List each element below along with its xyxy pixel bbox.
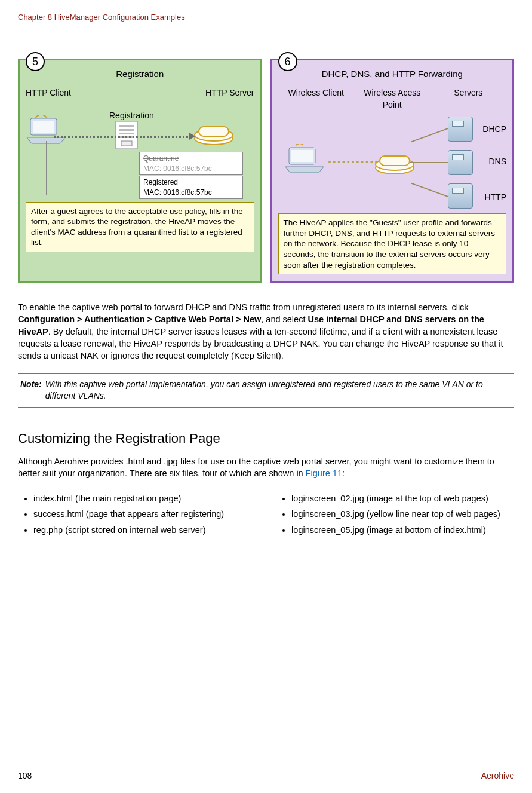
step-number-6: 6	[278, 52, 297, 71]
server-icon	[448, 117, 473, 142]
svg-rect-4	[119, 129, 134, 131]
figure-link[interactable]: Figure 11	[306, 469, 342, 478]
dotted-arrow	[54, 136, 192, 138]
diagram-5-description: After a guest agrees to the acceptable u…	[26, 202, 254, 252]
diagram-5-visual: Registration	[26, 103, 254, 198]
diagram-5-top-labels: HTTP Client HTTP Server	[26, 87, 254, 99]
connector-line	[46, 195, 139, 196]
dns-server-label: DNS	[488, 156, 506, 168]
list-item: reg.php (script stored on internal web s…	[33, 524, 276, 536]
wireless-client-label: Wireless Client	[278, 87, 355, 111]
note-label: Note:	[20, 379, 42, 402]
diagram-forwarding: 6 DHCP, DNS, and HTTP Forwarding Wireles…	[270, 59, 515, 283]
arrow-head-icon	[189, 133, 195, 140]
main-paragraph: To enable the captive web portal to forw…	[18, 301, 514, 362]
connector-line	[46, 141, 47, 195]
diagram-registration: 5 Registration HTTP Client HTTP Server R…	[18, 59, 262, 283]
laptop-icon	[284, 144, 325, 174]
diagrams-row: 5 Registration HTTP Client HTTP Server R…	[18, 59, 514, 283]
dhcp-server-label: DHCP	[482, 124, 506, 136]
svg-rect-10	[199, 127, 229, 136]
http-client-label: HTTP Client	[26, 87, 71, 99]
list-item: success.html (page that appears after re…	[33, 508, 276, 520]
chapter-header: Chapter 8 HiveManager Configuration Exam…	[18, 12, 514, 23]
section-intro: Although Aerohive provides .html and .jp…	[18, 455, 514, 480]
servers-label: Servers	[430, 87, 507, 111]
diagram-5-title: Registration	[26, 68, 254, 80]
connector-line	[217, 141, 218, 153]
http-server-label: HTTP	[484, 192, 506, 204]
para-text: . By default, the internal DHCP server i…	[18, 327, 503, 361]
note-text: With this captive web portal implementat…	[45, 379, 512, 402]
registered-mac-box: Registered MAC: 0016:cf8c:57bc	[139, 176, 243, 200]
svg-rect-1	[33, 121, 54, 133]
note-block: Note: With this captive web portal imple…	[18, 373, 514, 408]
diagram-6-visual: DHCP DNS HTTP	[278, 114, 507, 210]
svg-rect-5	[119, 133, 134, 134]
registered-label: Registered	[143, 177, 239, 188]
diagram-6-title: DHCP, DNS, and HTTP Forwarding	[278, 68, 507, 80]
list-item: index.html (the main registration page)	[33, 492, 276, 504]
nav-path-bold: Configuration > Authentication > Captive…	[18, 314, 261, 324]
file-lists: index.html (the main registration page) …	[18, 490, 514, 540]
diagram-6-description: The HiveAP applies the "Guests" user pro…	[278, 213, 507, 274]
server-icon	[448, 183, 473, 209]
svg-rect-7	[121, 141, 132, 146]
intro-text: :	[342, 469, 345, 478]
para-text: To enable the captive web portal to forw…	[18, 302, 469, 312]
server-icon	[448, 150, 473, 175]
list-item: loginscreen_03.jpg (yellow line near top…	[291, 508, 514, 520]
svg-rect-12	[291, 150, 313, 162]
file-list-right: loginscreen_02.jpg (image at the top of …	[276, 492, 514, 536]
list-item: loginscreen_02.jpg (image at the top of …	[291, 492, 514, 504]
svg-rect-15	[380, 156, 410, 166]
para-text: , and select	[261, 314, 307, 324]
quarantine-label: Quarantine	[143, 154, 239, 164]
svg-rect-3	[119, 125, 134, 127]
registration-arrow-label: Registration	[109, 110, 154, 122]
list-item: loginscreen_05.jpg (image at bottom of i…	[291, 524, 514, 536]
wireless-ap-label: Wireless Acess Point	[354, 87, 430, 111]
section-heading: Customizing the Registration Page	[18, 430, 514, 448]
diagram-6-top-labels: Wireless Client Wireless Acess Point Ser…	[278, 87, 507, 111]
intro-text: Although Aerohive provides .html and .jp…	[18, 457, 494, 478]
step-number-5: 5	[26, 52, 45, 71]
access-point-icon	[193, 121, 235, 146]
quarantine-mac-box: Quarantine MAC: 0016:cf8c:57bc	[139, 152, 243, 176]
laptop-icon	[26, 115, 66, 145]
http-server-label: HTTP Server	[205, 87, 254, 99]
quarantine-mac: MAC: 0016:cf8c:57bc	[143, 164, 239, 174]
file-list-left: index.html (the main registration page) …	[18, 492, 276, 536]
form-icon	[115, 121, 138, 149]
registered-mac: MAC: 0016:cf8c:57bc	[143, 188, 239, 198]
